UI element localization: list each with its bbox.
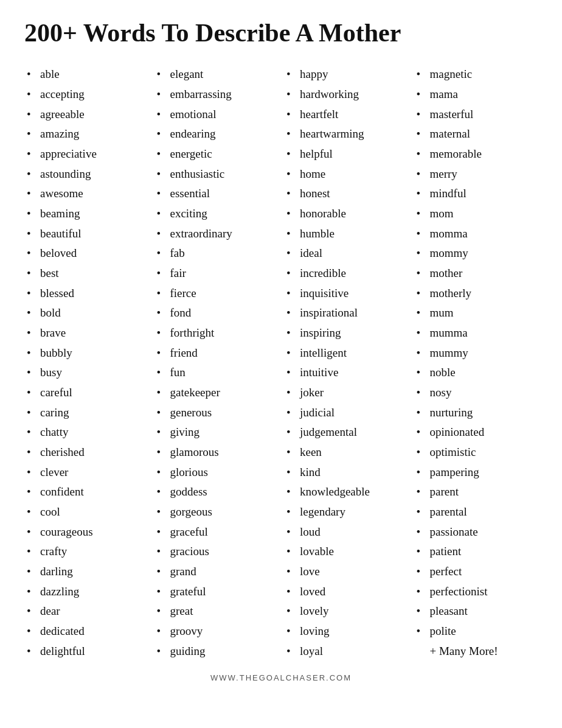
list-item: passionate bbox=[417, 522, 536, 542]
column-3: happyhardworkingheartfeltheartwarminghel… bbox=[284, 65, 408, 661]
list-item: fierce bbox=[157, 284, 276, 304]
list-item: cool bbox=[27, 502, 146, 522]
list-item: darling bbox=[27, 562, 146, 582]
list-item: exciting bbox=[157, 204, 276, 224]
list-item: energetic bbox=[157, 144, 276, 164]
list-item: astounding bbox=[27, 164, 146, 184]
list-item: nurturing bbox=[417, 403, 536, 423]
list-item: loud bbox=[286, 522, 406, 542]
list-item: fond bbox=[157, 303, 276, 323]
list-item: momma bbox=[417, 224, 536, 244]
list-item: awesome bbox=[27, 184, 146, 204]
list-item: beautiful bbox=[27, 224, 146, 244]
list-item: honest bbox=[286, 184, 406, 204]
column-2: elegantembarrassingemotionalendearingene… bbox=[154, 65, 279, 661]
list-item: heartfelt bbox=[286, 105, 406, 125]
list-item: extraordinary bbox=[157, 224, 276, 244]
list-item: grand bbox=[157, 562, 276, 582]
list-item: caring bbox=[27, 403, 146, 423]
list-item: gorgeous bbox=[157, 502, 276, 522]
list-item: embarrassing bbox=[157, 85, 276, 105]
list-item: pleasant bbox=[417, 601, 536, 621]
list-item: groovy bbox=[157, 621, 276, 642]
list-item: joker bbox=[286, 383, 406, 403]
list-item: accepting bbox=[27, 85, 146, 105]
list-item: ideal bbox=[286, 243, 406, 264]
list-item: gracious bbox=[157, 542, 276, 562]
list-item: able bbox=[27, 65, 146, 85]
list-item: love bbox=[286, 562, 406, 582]
list-item: masterful bbox=[417, 105, 536, 125]
list-item: mother bbox=[417, 264, 536, 284]
list-item: gatekeeper bbox=[157, 383, 276, 403]
list-item: merry bbox=[417, 164, 536, 184]
list-item: intuitive bbox=[286, 363, 406, 383]
list-item: motherly bbox=[417, 284, 536, 304]
list-item: lovable bbox=[286, 542, 406, 562]
list-item: parent bbox=[417, 482, 536, 502]
list-item: endearing bbox=[157, 124, 276, 144]
list-item: dear bbox=[27, 601, 146, 621]
list-item: maternal bbox=[417, 124, 536, 144]
list-item: generous bbox=[157, 403, 276, 423]
list-item: dazzling bbox=[27, 582, 146, 602]
list-item: bold bbox=[27, 303, 146, 323]
list-item: amazing bbox=[27, 124, 146, 144]
list-item: chatty bbox=[27, 422, 146, 443]
list-item: judgemental bbox=[286, 422, 406, 443]
list-item: inquisitive bbox=[286, 284, 406, 304]
list-item: mama bbox=[417, 85, 536, 105]
list-item: beloved bbox=[27, 243, 146, 264]
list-item: memorable bbox=[417, 144, 536, 164]
list-item: knowledgeable bbox=[286, 482, 406, 502]
list-item: lovely bbox=[286, 601, 406, 621]
list-item: crafty bbox=[27, 542, 146, 562]
list-item: loving bbox=[286, 621, 406, 642]
list-item: honorable bbox=[286, 204, 406, 224]
list-item: beaming bbox=[27, 204, 146, 224]
list-item: pampering bbox=[417, 463, 536, 483]
list-item: loyal bbox=[286, 642, 406, 662]
list-item: forthright bbox=[157, 323, 276, 343]
list-item: mom bbox=[417, 204, 536, 224]
list-item: glamorous bbox=[157, 443, 276, 463]
list-item: incredible bbox=[286, 264, 406, 284]
list-item: confident bbox=[27, 482, 146, 502]
list-item: perfect bbox=[417, 562, 536, 582]
list-item: guiding bbox=[157, 642, 276, 662]
page-title: 200+ Words To Describe A Mother bbox=[24, 18, 538, 47]
list-item: delightful bbox=[27, 642, 146, 662]
list-item: mommy bbox=[417, 243, 536, 264]
list-item: noble bbox=[417, 363, 536, 383]
list-item: keen bbox=[286, 443, 406, 463]
list-item: parental bbox=[417, 502, 536, 522]
list-item: opinionated bbox=[417, 422, 536, 443]
list-item: bubbly bbox=[27, 343, 146, 363]
list-item: nosy bbox=[417, 383, 536, 403]
list-item: dedicated bbox=[27, 621, 146, 642]
footer-url: WWW.THEGOALCHASER.COM bbox=[24, 673, 538, 682]
list-item: agreeable bbox=[27, 105, 146, 125]
list-item: patient bbox=[417, 542, 536, 562]
list-item: graceful bbox=[157, 522, 276, 542]
list-item: mummy bbox=[417, 343, 536, 363]
list-item: polite bbox=[417, 621, 536, 642]
list-item: fair bbox=[157, 264, 276, 284]
list-item: inspirational bbox=[286, 303, 406, 323]
list-item: best bbox=[27, 264, 146, 284]
list-item: careful bbox=[27, 383, 146, 403]
list-item: enthusiastic bbox=[157, 164, 276, 184]
list-item: happy bbox=[286, 65, 406, 85]
list-item: giving bbox=[157, 422, 276, 443]
list-item: glorious bbox=[157, 463, 276, 483]
list-item: busy bbox=[27, 363, 146, 383]
list-item: judicial bbox=[286, 403, 406, 423]
list-item: goddess bbox=[157, 482, 276, 502]
list-item: elegant bbox=[157, 65, 276, 85]
list-item: friend bbox=[157, 343, 276, 363]
word-columns: ableacceptingagreeableamazingappreciativ… bbox=[24, 65, 538, 661]
list-item: optimistic bbox=[417, 443, 536, 463]
list-item: magnetic bbox=[417, 65, 536, 85]
list-item: essential bbox=[157, 184, 276, 204]
list-item: mindful bbox=[417, 184, 536, 204]
